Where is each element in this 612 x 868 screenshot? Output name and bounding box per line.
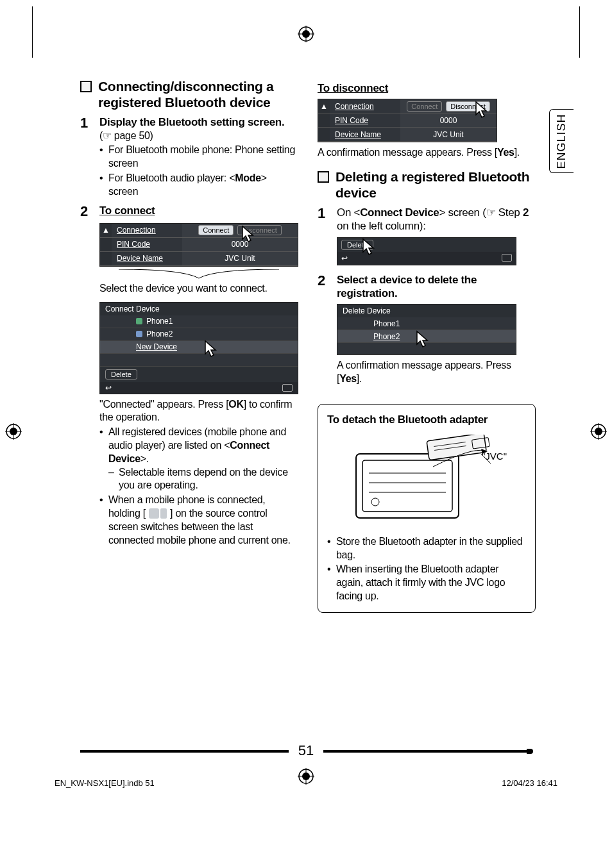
ui-row-label: Connection <box>112 224 182 237</box>
bullet: When inserting the Bluetooth adapter aga… <box>327 563 526 603</box>
sub-bullet: Selectable items depend on the device yo… <box>108 466 298 493</box>
language-label: ENGLISH <box>555 113 568 169</box>
jvc-label: "JVC" <box>482 451 507 462</box>
svg-rect-17 <box>362 460 452 512</box>
bluetooth-icon <box>149 508 159 519</box>
step-1: 1 Display the Bluetooth setting screen. … <box>80 115 298 199</box>
detach-figure: "JVC" <box>327 431 526 534</box>
left-column: Connecting/disconnecting a registered Bl… <box>80 78 298 613</box>
bullet: For Bluetooth mobile phone: Phone settin… <box>99 144 298 171</box>
bullet: All registered devices (mobile phone and… <box>99 426 298 492</box>
registration-mark-left <box>5 423 22 440</box>
step-number: 2 <box>318 273 329 288</box>
footer-timestamp: 12/04/23 16:41 <box>502 778 557 788</box>
device-name-value: JVC Unit <box>182 252 298 265</box>
svg-point-21 <box>371 498 379 506</box>
step-number: 1 <box>318 206 329 221</box>
step-title: Select a device to delete the registrati… <box>337 273 536 301</box>
pointer-cursor-icon <box>473 101 493 120</box>
registration-mark-top <box>298 26 314 42</box>
svg-rect-16 <box>356 454 459 518</box>
print-footer: EN_KW-NSX1[EU].indb 51 12/04/23 16:41 <box>55 778 557 788</box>
section-marker-icon <box>318 171 329 183</box>
step-number: 1 <box>80 115 92 131</box>
callout-arrow-icon <box>99 269 298 282</box>
section-heading-deleting: Deleting a registered Bluetooth device <box>318 169 536 201</box>
step-title: Display the Bluetooth setting screen. <box>99 115 298 129</box>
page-number: 51 <box>298 742 314 759</box>
ui-row-label: PIN Code <box>112 238 182 251</box>
step-number: 2 <box>80 204 92 219</box>
phone-icon <box>136 318 142 324</box>
device-list-item[interactable]: Phone2 <box>100 328 298 341</box>
device-name-value: JVC Unit <box>400 128 497 141</box>
footer-file: EN_KW-NSX1[EU].indb 51 <box>55 778 155 788</box>
device-list-item[interactable]: Phone1 <box>100 315 298 328</box>
ui-row-label: Device Name <box>330 128 400 141</box>
section-title: Connecting/disconnecting a registered Bl… <box>98 78 298 110</box>
instruction-text: A confirmation message appears. Press [Y… <box>318 146 536 160</box>
section-marker-icon <box>80 81 92 92</box>
step-1: 1 On <Connect Device> screen (☞ Step 2 o… <box>318 206 536 233</box>
device-list-item[interactable]: Phone1 <box>337 317 516 330</box>
crop-mark <box>579 6 580 58</box>
device-list-item-empty <box>100 354 298 367</box>
subsection-title: To disconnect <box>318 82 536 95</box>
ui-row-label: PIN Code <box>330 113 400 127</box>
ui-panel-title: Connect Device <box>100 303 298 315</box>
instruction-text: Select the device you want to connect. <box>99 282 298 296</box>
pointer-cursor-icon <box>240 225 259 244</box>
ui-row-label: Device Name <box>112 252 182 265</box>
ui-panel-connect-device: Connect Device Phone1 Phone2 New Device … <box>99 302 298 394</box>
step-2: 2 To connect <box>80 204 298 219</box>
right-column: To disconnect ▲ Connection ConnectDiscon… <box>318 78 536 613</box>
nav-icon[interactable] <box>282 384 293 392</box>
bullet: When a mobile phone is connected, holdin… <box>99 494 298 547</box>
bullet: For Bluetooth audio player: <Mode> scree… <box>99 172 298 199</box>
pointer-cursor-icon <box>361 238 380 257</box>
signal-icon <box>160 508 167 519</box>
bullet: Store the Bluetooth adapter in the suppl… <box>327 535 526 562</box>
registration-mark-right <box>590 423 607 440</box>
step-2: 2 Select a device to delete the registra… <box>318 273 536 301</box>
back-icon[interactable]: ↩ <box>341 254 348 263</box>
pointer-cursor-icon <box>203 340 222 359</box>
crop-mark <box>32 6 33 58</box>
language-tab: ENGLISH <box>549 109 574 173</box>
ui-panel-connection-connect: ▲ Connection ConnectDisconnect PIN Code … <box>99 223 298 267</box>
step-text: On <Connect Device> screen (☞ Step 2 on … <box>337 206 536 233</box>
detach-adapter-box: To detach the Bluetooth adapter <box>318 404 536 613</box>
ui-panel-connection-disconnect: ▲ Connection ConnectDisconnect PIN Code … <box>318 99 497 142</box>
back-icon[interactable]: ↩ <box>105 383 112 392</box>
ui-panel-title: Delete Device <box>337 305 516 317</box>
instruction-text: "Connected" appears. Press [OK] to confi… <box>99 398 298 425</box>
section-title: Deleting a registered Bluetooth device <box>336 169 536 201</box>
delete-button[interactable]: Delete <box>105 369 137 380</box>
step-title: To connect <box>99 204 155 217</box>
device-list-item-new[interactable]: New Device <box>100 341 298 354</box>
connect-button[interactable]: Connect <box>198 225 234 235</box>
ui-row-label: Connection <box>330 99 400 113</box>
connect-button[interactable]: Connect <box>407 101 442 112</box>
instruction-text: A confirmation message appears. Press [Y… <box>337 359 536 386</box>
step-ref: (☞ page 50) <box>99 129 298 143</box>
pointer-cursor-icon <box>414 330 434 349</box>
scroll-up-icon: ▲ <box>318 99 330 113</box>
nav-icon[interactable] <box>502 254 512 262</box>
detach-title: To detach the Bluetooth adapter <box>327 413 526 426</box>
section-heading-connecting: Connecting/disconnecting a registered Bl… <box>80 78 298 110</box>
audio-icon <box>136 331 142 337</box>
page-number-bar: 51 <box>80 749 532 753</box>
ui-panel-delete-device: Delete Device Phone1 Phone2 <box>337 304 516 355</box>
ui-panel-delete-strip: Delete ↩ <box>337 237 516 265</box>
scroll-up-icon: ▲ <box>100 224 112 237</box>
